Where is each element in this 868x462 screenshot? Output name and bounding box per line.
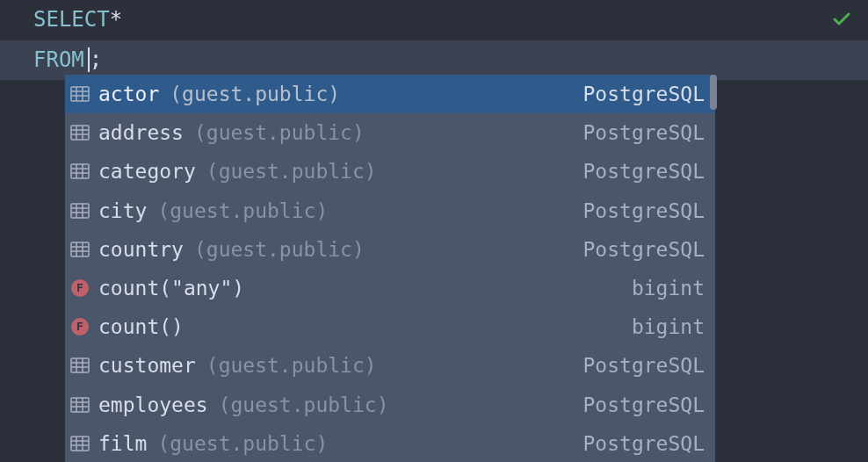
autocomplete-item-name: customer — [98, 351, 196, 379]
autocomplete-item-type: bigint — [632, 274, 705, 302]
svg-rect-0 — [71, 87, 89, 101]
autocomplete-item-context: (guest.public) — [206, 351, 377, 379]
svg-rect-10 — [71, 164, 89, 178]
svg-rect-35 — [71, 437, 89, 451]
autocomplete-item[interactable]: category(guest.public)PostgreSQL — [65, 152, 715, 191]
autocomplete-item-context: (guest.public) — [157, 197, 328, 225]
autocomplete-item-context: (guest.public) — [194, 235, 365, 263]
semicolon: ; — [90, 46, 102, 76]
autocomplete-item-name: film — [98, 430, 147, 458]
autocomplete-item-name: count("any") — [98, 274, 244, 302]
keyword-from: FROM — [33, 46, 84, 76]
autocomplete-item-name: category — [98, 157, 196, 185]
keyword-select: SELECT — [33, 5, 110, 35]
table-icon — [70, 162, 90, 181]
autocomplete-item-type: PostgreSQL — [583, 119, 705, 147]
table-icon — [70, 201, 90, 220]
autocomplete-item[interactable]: customer(guest.public)PostgreSQL — [65, 346, 715, 385]
svg-rect-20 — [71, 242, 89, 256]
svg-rect-25 — [71, 358, 89, 372]
table-icon — [70, 356, 90, 375]
autocomplete-item-type: PostgreSQL — [583, 197, 705, 225]
autocomplete-item-type: PostgreSQL — [583, 391, 705, 419]
autocomplete-item[interactable]: address(guest.public)PostgreSQL — [65, 113, 715, 152]
autocomplete-item-name: city — [98, 197, 147, 225]
table-icon — [70, 123, 90, 142]
code-editor[interactable]: SELECT * FROM ; — [0, 0, 868, 80]
autocomplete-item[interactable]: film(guest.public)PostgreSQL — [65, 424, 715, 462]
svg-rect-30 — [71, 398, 89, 412]
autocomplete-item-context: (guest.public) — [157, 430, 328, 458]
check-icon — [831, 9, 852, 33]
autocomplete-item-name: address — [98, 119, 184, 147]
autocomplete-item[interactable]: country(guest.public)PostgreSQL — [65, 230, 715, 269]
autocomplete-item[interactable]: Fcount()bigint — [65, 307, 715, 346]
autocomplete-item[interactable]: city(guest.public)PostgreSQL — [65, 191, 715, 230]
scrollbar-thumb[interactable] — [710, 75, 717, 110]
autocomplete-item-type: PostgreSQL — [583, 430, 705, 458]
autocomplete-item[interactable]: Fcount("any")bigint — [65, 269, 715, 307]
table-icon — [70, 434, 90, 453]
autocomplete-item-context: (guest.public) — [194, 119, 365, 147]
autocomplete-item-context: (guest.public) — [219, 391, 389, 419]
autocomplete-item-name: country — [98, 235, 184, 263]
autocomplete-item-type: PostgreSQL — [583, 157, 705, 185]
svg-rect-15 — [71, 204, 89, 218]
function-icon: F — [70, 317, 90, 336]
code-line-1[interactable]: SELECT * — [0, 0, 868, 40]
autocomplete-item-context: (guest.public) — [170, 80, 340, 108]
function-icon: F — [70, 278, 90, 298]
autocomplete-item-type: PostgreSQL — [583, 80, 705, 108]
wildcard: * — [110, 5, 122, 35]
autocomplete-item[interactable]: actor(guest.public)PostgreSQL — [65, 75, 715, 113]
autocomplete-item-name: count() — [98, 313, 184, 341]
autocomplete-item[interactable]: employees(guest.public)PostgreSQL — [65, 386, 715, 424]
autocomplete-item-name: actor — [98, 80, 159, 108]
autocomplete-item-name: employees — [98, 391, 208, 419]
autocomplete-popup[interactable]: actor(guest.public)PostgreSQLaddress(gue… — [65, 75, 715, 462]
svg-rect-5 — [71, 126, 89, 140]
autocomplete-item-type: bigint — [632, 313, 705, 341]
autocomplete-item-type: PostgreSQL — [583, 351, 705, 379]
autocomplete-item-type: PostgreSQL — [583, 235, 705, 263]
table-icon — [70, 240, 90, 259]
table-icon — [70, 84, 90, 104]
autocomplete-item-context: (guest.public) — [206, 157, 377, 185]
table-icon — [70, 395, 90, 415]
